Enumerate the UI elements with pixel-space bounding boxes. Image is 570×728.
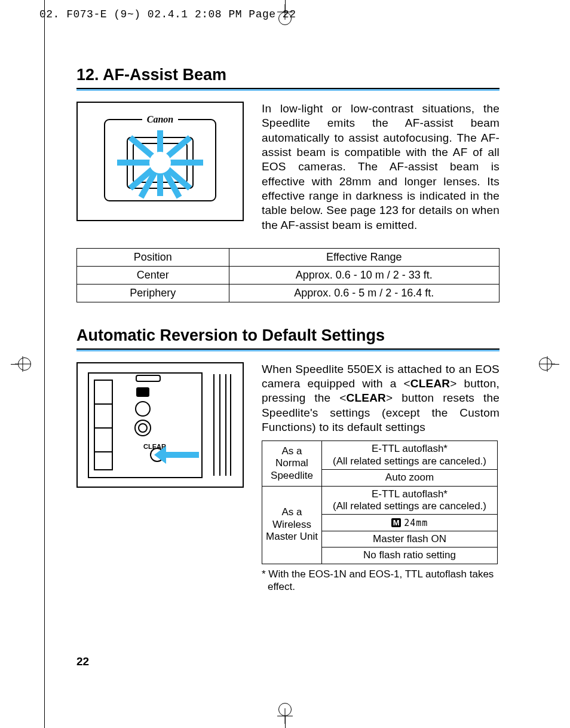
svg-rect-20 — [136, 375, 160, 381]
cell-range-periphery: Approx. 0.6 - 5 m / 2 - 16.4 ft. — [229, 284, 499, 302]
illustration-clear-button: CLEAR — [76, 362, 244, 488]
canon-logo-text: Canon — [147, 114, 174, 124]
table-row: As a Wireless Master Unit E-TTL autoflas… — [262, 486, 498, 515]
cell-auto-zoom: Auto zoom — [322, 470, 498, 486]
section-heading-af-assist: 12. AF-Assist Beam — [76, 66, 499, 84]
table-header-range: Effective Range — [229, 248, 499, 266]
heading-rule — [76, 348, 499, 351]
section-heading-auto-reversion: Automatic Reversion to Default Settings — [76, 326, 499, 345]
ettl-text: E-TTL autoflash* — [372, 488, 448, 500]
af-assist-beam-diagram-icon: Canon — [76, 102, 244, 221]
crop-mark-right — [535, 352, 559, 376]
cell-position-center: Center — [77, 266, 229, 284]
effective-range-table: Position Effective Range Center Approx. … — [76, 248, 499, 302]
cell-range-center: Approx. 0.6 - 10 m / 2 - 33 ft. — [229, 266, 499, 284]
zoom-24mm-text: 24mm — [404, 518, 428, 528]
cell-wireless-master: As a Wireless Master Unit — [262, 486, 322, 564]
cell-no-flash-ratio: No flash ratio setting — [322, 547, 498, 564]
ettl-text: E-TTL autoflash* — [372, 443, 448, 454]
cell-ettl-normal: E-TTL autoflash* (All related settings a… — [322, 441, 498, 470]
page-content: 12. AF-Assist Beam Canon — [76, 66, 499, 593]
section1-row: Canon In low-light or low-contrast sit — [76, 102, 499, 233]
svg-rect-21 — [136, 387, 149, 397]
section2-right: When Speedlite 550EX is attached to an E… — [262, 362, 499, 593]
camera-back-clear-icon: CLEAR — [76, 362, 244, 488]
cell-m-24mm: M 24mm — [322, 515, 498, 531]
table-row: Periphery Approx. 0.6 - 5 m / 2 - 16.4 f… — [77, 284, 499, 302]
page-number: 22 — [76, 655, 89, 668]
svg-point-22 — [136, 402, 150, 416]
ettl-sub: (All related settings are canceled.) — [333, 500, 486, 512]
svg-point-14 — [149, 152, 171, 173]
section2: Automatic Reversion to Default Settings — [76, 326, 499, 593]
illustration-af-assist: Canon — [76, 102, 244, 221]
heading-rule — [76, 88, 499, 91]
table-header-row: Position Effective Range — [77, 248, 499, 266]
ettl-sub: (All related settings are canceled.) — [333, 455, 486, 467]
svg-point-24 — [139, 424, 147, 432]
clear-text: CLEAR — [410, 377, 450, 390]
m-icon: M — [391, 518, 402, 527]
cell-position-periphery: Periphery — [77, 284, 229, 302]
cell-normal-speedlite: As a Normal Speedlite — [262, 441, 322, 486]
cell-ettl-wireless: E-TTL autoflash* (All related settings a… — [322, 486, 498, 515]
section1-body: In low-light or low-contrast situations,… — [262, 102, 499, 233]
table-row: As a Normal Speedlite E-TTL autoflash* (… — [262, 441, 498, 470]
cell-master-flash-on: Master flash ON — [322, 531, 498, 547]
table-row: Center Approx. 0.6 - 10 m / 2 - 33 ft. — [77, 266, 499, 284]
default-settings-table: As a Normal Speedlite E-TTL autoflash* (… — [262, 441, 498, 564]
footnote: * With the EOS-1N and EOS-1, TTL autofla… — [262, 568, 499, 594]
svg-rect-27 — [94, 380, 112, 470]
table-header-position: Position — [77, 248, 229, 266]
section2-body: When Speedlite 550EX is attached to an E… — [262, 362, 499, 435]
crop-mark-left — [11, 352, 35, 376]
clear-text: CLEAR — [347, 391, 386, 404]
section2-row: CLEAR When Speedlite 550EX is attached t… — [76, 362, 499, 593]
